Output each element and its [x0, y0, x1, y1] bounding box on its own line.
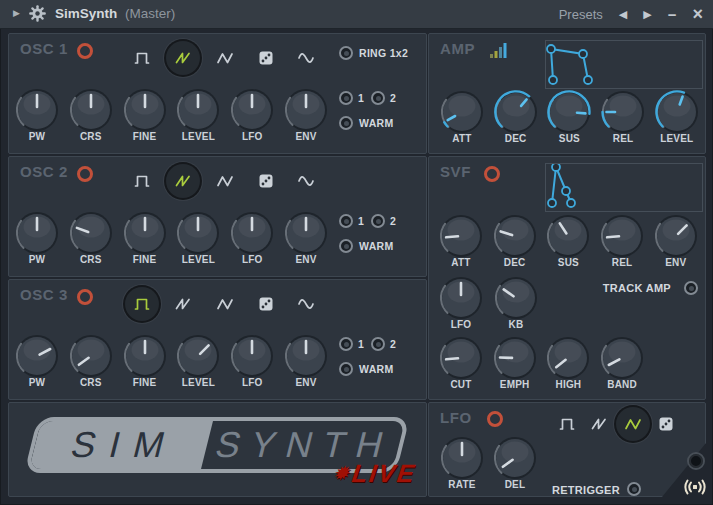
knob-label: PW: [7, 254, 67, 265]
knob-level[interactable]: LEVEL: [654, 89, 700, 149]
logo-panel: SIM SYNTH ✹LIVE: [8, 402, 427, 497]
knob-env[interactable]: ENV: [283, 87, 329, 147]
osc3-panel: OSC 3 1 2 WARM PWCRSFINELEVELLFOENV: [8, 279, 427, 400]
knob-label: EMPH: [485, 379, 545, 390]
knob-emph[interactable]: EMPH: [492, 335, 538, 395]
preset-prev-button[interactable]: ◀: [619, 8, 627, 21]
osc1-knobs: PWCRSFINELEVELLFOENV: [9, 34, 426, 153]
knob-label: CRS: [61, 377, 121, 388]
knob-dec[interactable]: DEC: [493, 89, 539, 149]
knob-att[interactable]: ATT: [439, 89, 485, 149]
osc3-knobs: PWCRSFINELEVELLFOENV: [9, 280, 426, 399]
knob-label: LFO: [222, 131, 282, 142]
lfo-retrigger-label: RETRIGGER: [552, 484, 620, 496]
presets-button[interactable]: Presets: [559, 7, 603, 22]
knob-label: DEL: [485, 479, 545, 490]
knob-label: FINE: [115, 377, 175, 388]
logo-sim-segment: SIM: [29, 421, 213, 469]
svf-filter-knobs: CUTEMPHHIGHBAND: [429, 157, 705, 399]
lfo-knobs: RATEDEL: [429, 403, 705, 496]
swirl-icon: ✹: [333, 464, 352, 483]
preset-next-button[interactable]: ▶: [643, 8, 651, 21]
knob-label: CRS: [61, 131, 121, 142]
lfo-retrigger-radio[interactable]: [627, 482, 641, 496]
knob-fine[interactable]: FINE: [122, 333, 168, 393]
titlebar: ▶ SimSynth (Master) Presets: [0, 0, 713, 29]
knob-label: LEVEL: [168, 377, 228, 388]
minimize-button[interactable]: −: [668, 6, 677, 23]
knob-pw[interactable]: PW: [14, 87, 60, 147]
knob-rel[interactable]: REL: [600, 89, 646, 149]
knob-label: ATT: [432, 133, 492, 144]
knob-label: SUS: [539, 133, 599, 144]
knob-env[interactable]: ENV: [283, 210, 329, 270]
knob-lfo[interactable]: LFO: [229, 333, 275, 393]
corner-led-button[interactable]: [687, 452, 705, 470]
knob-label: FINE: [115, 131, 175, 142]
knob-pw[interactable]: PW: [14, 333, 60, 393]
window-title: SimSynth: [55, 0, 117, 28]
knob-lfo[interactable]: LFO: [229, 210, 275, 270]
knob-label: CRS: [61, 254, 121, 265]
knob-label: PW: [7, 377, 67, 388]
knob-crs[interactable]: CRS: [68, 333, 114, 393]
knob-label: REL: [593, 133, 653, 144]
knob-label: HIGH: [538, 379, 598, 390]
knob-band[interactable]: BAND: [599, 335, 645, 395]
lfo-panel: LFO RATEDEL RETRIGGER: [428, 402, 706, 497]
knob-level[interactable]: LEVEL: [175, 333, 221, 393]
knob-lfo[interactable]: LFO: [229, 87, 275, 147]
osc1-panel: OSC 1 RING 1x2 1 2 WARM PWCRSFINELEVELLF…: [8, 33, 427, 154]
knob-high[interactable]: HIGH: [545, 335, 591, 395]
knob-pw[interactable]: PW: [14, 210, 60, 270]
knob-label: LEVEL: [647, 133, 707, 144]
simsynth-window: ▶ SimSynth (Master) Presets: [0, 0, 713, 505]
titlebar-controls: Presets ◀ ▶ − ×: [559, 0, 703, 28]
knob-env[interactable]: ENV: [283, 333, 329, 393]
knob-crs[interactable]: CRS: [68, 210, 114, 270]
broadcast-icon[interactable]: [682, 476, 708, 502]
svf-panel: SVF ATTDECSUSRELENV TRACK AMP LFOKB CUTE…: [428, 156, 706, 400]
knob-cut[interactable]: CUT: [438, 335, 484, 395]
knob-label: ENV: [276, 377, 336, 388]
knob-rate[interactable]: RATE: [439, 435, 485, 495]
knob-del[interactable]: DEL: [492, 435, 538, 495]
knob-fine[interactable]: FINE: [122, 87, 168, 147]
knob-crs[interactable]: CRS: [68, 87, 114, 147]
knob-label: PW: [7, 131, 67, 142]
amp-panel: AMP ATTDECSUSRELLEVEL: [428, 33, 706, 154]
knob-level[interactable]: LEVEL: [175, 210, 221, 270]
knob-label: ENV: [276, 131, 336, 142]
plugin-menu-arrow-icon[interactable]: ▶: [13, 8, 20, 18]
knob-label: DEC: [486, 133, 546, 144]
knob-sus[interactable]: SUS: [546, 89, 592, 149]
knob-label: FINE: [115, 254, 175, 265]
knob-label: LEVEL: [168, 254, 228, 265]
close-button[interactable]: ×: [692, 5, 703, 23]
knob-level[interactable]: LEVEL: [175, 87, 221, 147]
knob-label: CUT: [431, 379, 491, 390]
knob-label: RATE: [432, 479, 492, 490]
osc2-panel: OSC 2 1 2 WARM PWCRSFINELEVELLFOENV: [8, 156, 427, 277]
knob-label: BAND: [592, 379, 652, 390]
knob-label: LFO: [222, 377, 282, 388]
knob-label: ENV: [276, 254, 336, 265]
knob-fine[interactable]: FINE: [122, 210, 168, 270]
knob-label: LFO: [222, 254, 282, 265]
live-badge: ✹LIVE: [332, 459, 418, 488]
knob-label: LEVEL: [168, 131, 228, 142]
osc2-knobs: PWCRSFINELEVELLFOENV: [9, 157, 426, 276]
gear-icon[interactable]: [29, 5, 46, 26]
window-title-context: (Master): [125, 0, 175, 28]
amp-knobs: ATTDECSUSRELLEVEL: [429, 34, 705, 153]
